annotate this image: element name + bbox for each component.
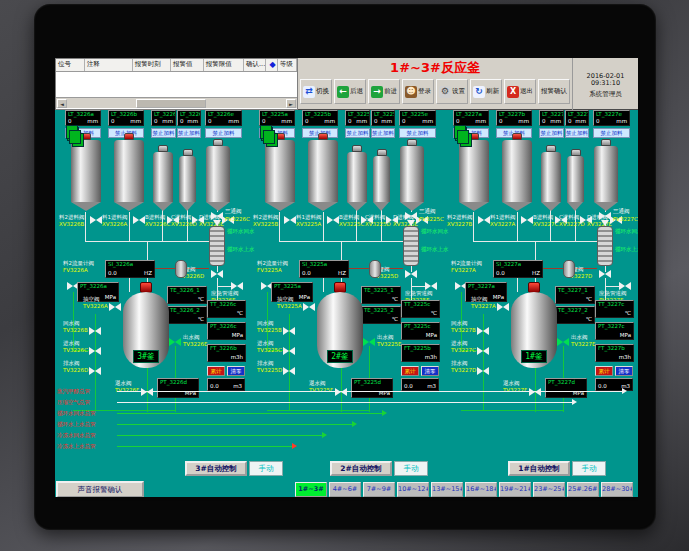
reactor-valve-icon[interactable]	[89, 367, 101, 375]
reactor-valve-icon[interactable]	[141, 388, 153, 396]
reactor-valve-icon[interactable]	[477, 327, 489, 335]
agitator-speed-display: SI_3226a0.0HZ	[105, 260, 155, 278]
reactor-valve-tag: TV3225D	[257, 367, 282, 373]
page-button-0[interactable]: 1#~3#	[295, 482, 327, 497]
reactor-valve-icon[interactable]	[529, 388, 541, 396]
toolbar-button-refresh[interactable]: ↻刷新	[470, 79, 502, 104]
emergency-valve-icon[interactable]	[425, 282, 437, 290]
feed-valve-icon[interactable]	[284, 216, 296, 224]
page-button-3[interactable]: 10#~12#	[397, 482, 429, 497]
feed-valve-icon[interactable]	[478, 216, 490, 224]
back-arrow-icon: ←	[337, 86, 349, 98]
flow-valve-label: 料2流量计阀	[451, 260, 482, 266]
emergency-valve-icon[interactable]	[231, 282, 243, 290]
totalizer-reset-button[interactable]: 清零	[615, 366, 633, 376]
right-instrument-0-tag: TT_3225c	[402, 301, 439, 308]
flow-valve-label: 料2流量计阀	[63, 260, 94, 266]
reactor-valve-icon[interactable]	[283, 347, 295, 355]
reactor-valve-tag: TV3225A	[277, 303, 302, 309]
header-line	[117, 391, 622, 392]
alarm-column-6[interactable]: 等级	[278, 59, 297, 71]
metering-tank	[206, 146, 230, 202]
toolbar-button-back[interactable]: ←后退	[334, 79, 366, 104]
totalizer-accum-button[interactable]: 累计	[207, 366, 225, 376]
page-button-2[interactable]: 7#~9#	[363, 482, 395, 497]
metering-tank	[153, 152, 173, 202]
toolbar-button-exit[interactable]: X退出	[504, 79, 536, 104]
scroll-left-arrow[interactable]: ◄	[57, 99, 67, 108]
reactor-valve-icon[interactable]	[89, 327, 101, 335]
flow-valve-tag: FV3226A	[63, 267, 88, 273]
pipe	[517, 278, 518, 292]
reactor-valve-icon[interactable]	[363, 338, 375, 346]
tank-level-display-value: 0	[68, 118, 72, 124]
tank-level-display: LT_3225e0mm	[399, 110, 436, 126]
feed-valve-icon[interactable]	[327, 216, 339, 224]
alarm-column-5[interactable]: 确认...	[244, 59, 266, 71]
reactor-valve-label: 出水阀	[377, 334, 394, 340]
totalizer-accum-button[interactable]: 累计	[401, 366, 419, 376]
page-button-5[interactable]: 16#~18#	[465, 482, 497, 497]
reactor-valve-icon[interactable]	[169, 338, 181, 346]
condenser-valve-icon[interactable]	[405, 270, 417, 278]
auto-control-button-3[interactable]: 3#自动控制	[185, 461, 247, 476]
page-button-1[interactable]: 4#~6#	[329, 482, 361, 497]
reactor-valve-icon[interactable]	[497, 303, 509, 311]
emergency-valve-icon[interactable]	[619, 282, 631, 290]
alarm-column-0[interactable]: 位号	[56, 59, 85, 71]
alarm-column-1[interactable]: 注释	[85, 59, 133, 71]
condenser-valve-icon[interactable]	[599, 270, 611, 278]
right-instrument-0-tag: TT_3226c	[208, 301, 245, 308]
header-label-5: 冷冻水上水总管	[57, 442, 96, 450]
totalizer-reset-button[interactable]: 清零	[227, 366, 245, 376]
totalizer-accum-button[interactable]: 累计	[595, 366, 613, 376]
metering-tank	[567, 156, 584, 202]
scrollbar-thumb[interactable]	[136, 99, 206, 108]
reactor-valve-icon[interactable]	[335, 388, 347, 396]
page-button-9[interactable]: 28#~30#	[601, 482, 633, 497]
feed-valve-icon[interactable]	[521, 216, 533, 224]
reactor-temp2-display-tag: TE_3227_2	[556, 307, 594, 314]
tank-feed-valve-label: 料1进料阀	[296, 214, 322, 220]
reactor-valve-icon[interactable]	[89, 347, 101, 355]
reactor-valve-icon[interactable]	[109, 303, 121, 311]
scroll-right-arrow[interactable]: ►	[286, 99, 296, 108]
auto-control-button-2[interactable]: 2#自动控制	[330, 461, 392, 476]
alarm-column-3[interactable]: 报警值	[171, 59, 204, 71]
tank-cone	[71, 202, 101, 211]
reactor-valve-label: 抽空阀	[83, 296, 100, 302]
reactor-valve-icon[interactable]	[557, 338, 569, 346]
page-button-8[interactable]: 25#.26#.27#	[567, 482, 599, 497]
reactor-valve-icon[interactable]	[477, 367, 489, 375]
toolbar-button-alarm-ack[interactable]: 报警确认	[538, 79, 570, 104]
sound-alarm-ack-button[interactable]: 声音报警确认	[56, 481, 144, 498]
feed-valve-icon[interactable]	[90, 216, 102, 224]
toolbar-button-login[interactable]: ☻登录	[402, 79, 434, 104]
reactor-valve-icon[interactable]	[283, 327, 295, 335]
alarm-column-2[interactable]: 报警时刻	[133, 59, 171, 71]
feed-valve-icon[interactable]	[133, 216, 145, 224]
totalizer-reset-button[interactable]: 清零	[421, 366, 439, 376]
toolbar-button-settings[interactable]: ⚙设置	[436, 79, 468, 104]
alarm-column-4[interactable]: 报警限值	[204, 59, 244, 71]
toolbar-button-forward[interactable]: →前进	[368, 79, 400, 104]
tank-sight-glass	[69, 130, 81, 144]
three-way-valve-icon[interactable]	[599, 212, 611, 220]
reactor-valve-icon[interactable]	[283, 367, 295, 375]
auto-control-button-1[interactable]: 1#自动控制	[508, 461, 570, 476]
metering-tank	[373, 156, 390, 202]
alarm-scrollbar[interactable]: ◄ ►	[56, 97, 297, 108]
reactor-valve-label: 退水阀	[309, 380, 326, 386]
page-button-6[interactable]: 19#~21#	[499, 482, 531, 497]
reactor-temp2-display-tag: TE_3226_2	[168, 307, 206, 314]
toolbar-button-switch[interactable]: ⇄切换	[300, 79, 332, 104]
three-way-valve-icon[interactable]	[211, 212, 223, 220]
reactor-valve-icon[interactable]	[477, 347, 489, 355]
page-button-4[interactable]: 13#~15#	[431, 482, 463, 497]
three-way-valve-icon[interactable]	[405, 212, 417, 220]
reactor-valve-tag: TV3227D	[451, 367, 476, 373]
page-button-7[interactable]: 23#~25#	[533, 482, 565, 497]
metering-tank	[594, 146, 618, 202]
reactor-valve-icon[interactable]	[303, 303, 315, 311]
condenser-valve-icon[interactable]	[211, 270, 223, 278]
